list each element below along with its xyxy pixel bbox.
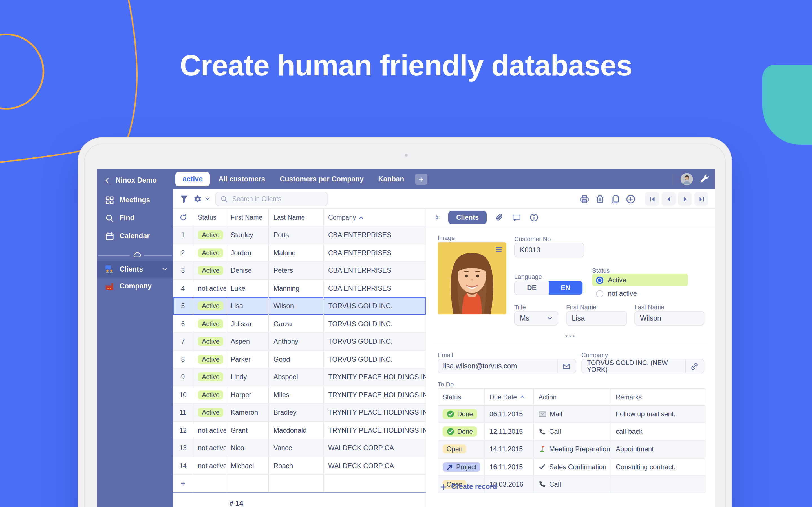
customer-no-field[interactable]: K0013	[514, 243, 584, 258]
next-record-button[interactable]	[678, 192, 692, 206]
sidebar-item-meetings[interactable]: Meetings	[97, 191, 173, 209]
todo-row[interactable]: Open14.11.2015Meeting PreparationAppoint…	[438, 441, 705, 458]
table-row[interactable]: 13not activeNicoVanceWALDECK CORP CA	[173, 439, 426, 457]
title-select[interactable]: Ms	[514, 311, 558, 326]
filter-icon[interactable]	[180, 194, 188, 203]
todo-action-cell: Sales Confirmation	[534, 458, 611, 475]
phone-icon	[539, 428, 546, 436]
printer-icon[interactable]	[580, 194, 589, 204]
table-row[interactable]: 9ActiveLindyAbspoelTRYNITY PEACE HOLDING…	[173, 369, 426, 386]
chevron-down-icon[interactable]	[205, 196, 210, 202]
table-row[interactable]: 3ActiveDenisePetersCBA ENTERPRISES	[173, 262, 426, 280]
sidebar-item-find[interactable]: Find	[97, 209, 173, 227]
refresh-icon[interactable]	[179, 214, 187, 221]
search-box[interactable]	[215, 191, 327, 206]
client-photo[interactable]	[438, 242, 506, 314]
todo-column-due-date[interactable]: Due Date	[485, 389, 534, 405]
flag-icon	[539, 445, 546, 453]
row-number: 11	[173, 404, 193, 421]
language-option-de[interactable]: DE	[515, 281, 549, 295]
sort-asc-icon	[520, 394, 525, 399]
tab-customers-per-company[interactable]: Customers per Company	[272, 172, 371, 186]
previous-record-button[interactable]	[661, 192, 675, 206]
table-row[interactable]: 7ActiveAspenAnthonyTORVUS GOLD INC.	[173, 333, 426, 351]
todo-column-status[interactable]: Status	[438, 389, 485, 405]
first-record-button[interactable]	[645, 192, 659, 206]
user-avatar[interactable]	[680, 173, 693, 185]
hamburger-icon[interactable]	[495, 245, 503, 253]
column-header-company[interactable]: Company	[324, 209, 426, 226]
language-option-en[interactable]: EN	[549, 281, 582, 295]
first-name-field[interactable]: Lisa	[566, 311, 627, 326]
table-row[interactable]: 14not activeMichaelRoachWALDECK CORP CA	[173, 457, 426, 475]
table-row[interactable]: 4not activeLukeManningCBA ENTERPRISES	[173, 280, 426, 297]
sidebar-item-clients[interactable]: Clients	[97, 261, 173, 278]
create-record-button[interactable]: Create record	[440, 483, 497, 491]
first-name-cell: Kameron	[226, 404, 269, 421]
table-row[interactable]: 11ActiveKameronBradleyTRYNITY PEACE HOLD…	[173, 404, 426, 421]
status-badge: Active	[198, 231, 223, 240]
gear-icon[interactable]	[193, 194, 202, 203]
add-row-button[interactable]: +	[173, 475, 193, 492]
column-header-first-name[interactable]: First Name	[226, 209, 269, 226]
add-row[interactable]: +	[173, 475, 426, 493]
search-icon	[105, 214, 114, 223]
last-name-field[interactable]: Wilson	[635, 311, 704, 326]
first-name-cell: Grant	[226, 421, 269, 439]
add-view-button[interactable]: +	[415, 173, 427, 185]
table-row[interactable]: 5ActiveLisaWilsonTORVUS GOLD INC.	[173, 297, 426, 315]
entity-button[interactable]: Clients	[448, 211, 487, 224]
status-option-active[interactable]: Active	[592, 274, 688, 286]
add-record-icon[interactable]	[626, 194, 636, 204]
trash-icon[interactable]	[596, 194, 605, 204]
status-cell: Active	[193, 315, 226, 332]
language-label: Language	[514, 273, 542, 280]
todo-column-remarks[interactable]: Remarks	[611, 389, 705, 405]
table-row[interactable]: 12not activeGrantMacdonaldTRYNITY PEACE …	[173, 421, 426, 439]
todo-row[interactable]: Project16.11.2015Sales ConfirmationConsu…	[438, 458, 705, 476]
table-row[interactable]: 2ActiveJordenMaloneCBA ENTERPRISES	[173, 244, 426, 262]
row-number: 13	[173, 439, 193, 457]
table-row[interactable]: 8ActiveParkerGoodTORVUS GOLD INC.	[173, 351, 426, 369]
sidebar-back-button[interactable]: Ninox Demo	[97, 169, 173, 191]
comment-icon[interactable]	[512, 213, 521, 222]
tablet-mockup: Ninox Demo Meetings Find Calendar	[78, 137, 732, 507]
link-icon[interactable]	[685, 359, 699, 373]
collapse-indicator[interactable]: ***	[426, 334, 715, 341]
paperclip-icon[interactable]	[495, 213, 504, 222]
search-input[interactable]	[231, 195, 322, 203]
last-record-button[interactable]	[694, 192, 708, 206]
info-icon[interactable]	[529, 213, 539, 222]
tab-all-customers[interactable]: All customers	[211, 172, 272, 186]
company-cell: CBA ENTERPRISES	[324, 262, 426, 279]
check-icon	[539, 463, 546, 470]
last-name-cell: Peters	[269, 262, 324, 279]
envelope-icon[interactable]	[557, 359, 571, 373]
first-name-cell: Nico	[226, 439, 269, 457]
chevron-right-icon[interactable]	[434, 214, 440, 221]
todo-column-action[interactable]: Action	[534, 389, 611, 405]
table-row[interactable]: 6ActiveJulissaGarzaTORVUS GOLD INC.	[173, 315, 426, 333]
calendar-icon	[105, 231, 114, 240]
tab-active[interactable]: active	[175, 172, 210, 186]
status-cell: Active	[193, 386, 226, 403]
table-row[interactable]: 1ActiveStanleyPottsCBA ENTERPRISES	[173, 226, 426, 244]
email-field[interactable]: lisa.wilson@torvus.com	[438, 359, 576, 374]
status-option-not-active[interactable]: not active	[592, 287, 688, 300]
sidebar-item-calendar[interactable]: Calendar	[97, 227, 173, 245]
chevron-down-icon[interactable]	[162, 267, 167, 272]
company-field[interactable]: TORVUS GOLD INC. (NEW YORK)	[581, 359, 704, 374]
column-header-last-name[interactable]: Last Name	[269, 209, 324, 226]
company-cell: TRYNITY PEACE HOLDINGS INC.	[324, 421, 426, 439]
row-number: 5	[173, 297, 193, 315]
wrench-icon[interactable]	[700, 175, 709, 184]
sidebar-item-company[interactable]: Company	[97, 278, 173, 295]
table-row[interactable]: 10ActiveHarperMilesTRYNITY PEACE HOLDING…	[173, 386, 426, 404]
todo-row[interactable]: Done12.11.2015Callcall-back	[438, 423, 705, 441]
column-header-status[interactable]: Status	[193, 209, 226, 226]
duplicate-icon[interactable]	[611, 194, 620, 204]
sidebar-item-label: Calendar	[119, 232, 150, 240]
todo-row[interactable]: Done06.11.2015MailFollow up mail sent.	[438, 406, 705, 423]
tab-kanban[interactable]: Kanban	[371, 172, 412, 186]
first-name-cell: Stanley	[226, 226, 269, 244]
